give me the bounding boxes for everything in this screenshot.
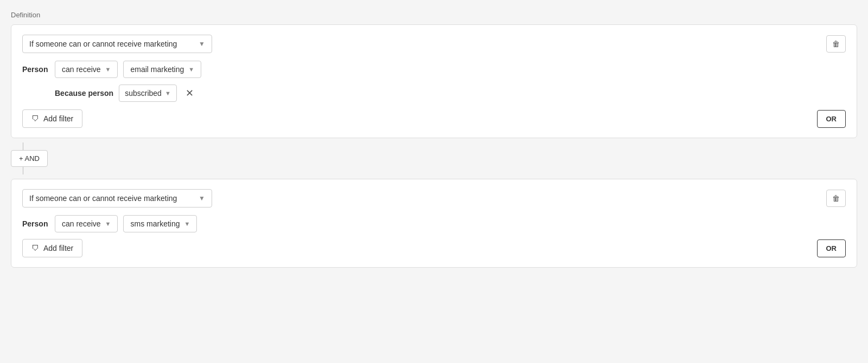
subscribed-label-1: subscribed <box>125 89 162 98</box>
sms-marketing-chevron-2: ▼ <box>184 221 190 227</box>
can-receive-chevron-1: ▼ <box>105 66 111 73</box>
condition-footer-1: ⛉ Add filter OR <box>22 109 846 128</box>
condition-block-2: If someone can or cannot receive marketi… <box>11 179 857 268</box>
add-filter-button-1[interactable]: ⛉ Add filter <box>22 109 82 128</box>
because-label-1: Because person <box>55 89 113 98</box>
add-filter-button-2[interactable]: ⛉ Add filter <box>22 239 82 257</box>
can-receive-select-2[interactable]: can receive ▼ <box>55 215 118 232</box>
delete-icon-2: 🗑 <box>832 194 840 203</box>
because-row-1: Because person subscribed ▼ ✕ <box>55 85 846 102</box>
filter-icon-1: ⛉ <box>31 114 39 123</box>
add-filter-label-1: Add filter <box>43 114 73 123</box>
and-button[interactable]: + AND <box>11 150 48 167</box>
remove-subscribed-button-1[interactable]: ✕ <box>182 86 197 100</box>
condition-block-1: If someone can or cannot receive marketi… <box>11 24 857 138</box>
email-marketing-select-1[interactable]: email marketing ▼ <box>123 61 201 78</box>
add-filter-label-2: Add filter <box>43 244 73 252</box>
condition-header-1: If someone can or cannot receive marketi… <box>22 35 846 53</box>
vert-line-bottom <box>23 167 23 174</box>
can-receive-chevron-2: ▼ <box>105 221 111 227</box>
email-marketing-chevron-1: ▼ <box>188 66 194 73</box>
subscribed-select-1[interactable]: subscribed ▼ <box>119 85 177 102</box>
sms-marketing-label-2: sms marketing <box>130 219 180 228</box>
email-marketing-label-1: email marketing <box>130 65 184 74</box>
person-label-2: Person <box>22 219 49 228</box>
sms-marketing-select-2[interactable]: sms marketing ▼ <box>123 215 197 232</box>
or-button-1[interactable]: OR <box>817 110 846 128</box>
or-button-2[interactable]: OR <box>817 239 846 257</box>
person-label-1: Person <box>22 65 49 74</box>
delete-icon-1: 🗑 <box>832 40 840 48</box>
delete-button-2[interactable]: 🗑 <box>826 190 846 207</box>
person-row-2: Person can receive ▼ sms marketing ▼ <box>22 215 846 232</box>
condition-header-2: If someone can or cannot receive marketi… <box>22 189 846 208</box>
delete-button-1[interactable]: 🗑 <box>826 35 846 53</box>
condition-type-label-1: If someone can or cannot receive marketi… <box>29 40 177 48</box>
can-receive-select-1[interactable]: can receive ▼ <box>55 61 118 78</box>
condition-type-label-2: If someone can or cannot receive marketi… <box>29 194 177 203</box>
can-receive-label-2: can receive <box>62 219 101 228</box>
condition-type-chevron-2: ▼ <box>199 195 205 202</box>
person-row-1: Person can receive ▼ email marketing ▼ <box>22 61 846 78</box>
vert-line-top <box>23 142 23 150</box>
filter-icon-2: ⛉ <box>31 244 39 252</box>
condition-type-select-1[interactable]: If someone can or cannot receive marketi… <box>22 35 212 53</box>
and-connector-wrapper: + AND <box>11 142 857 174</box>
condition-footer-2: ⛉ Add filter OR <box>22 239 846 257</box>
subscribed-chevron-1: ▼ <box>165 90 171 96</box>
can-receive-label-1: can receive <box>62 65 101 74</box>
condition-type-select-2[interactable]: If someone can or cannot receive marketi… <box>22 189 212 208</box>
condition-type-chevron-1: ▼ <box>199 40 205 48</box>
definition-label: Definition <box>11 11 857 19</box>
